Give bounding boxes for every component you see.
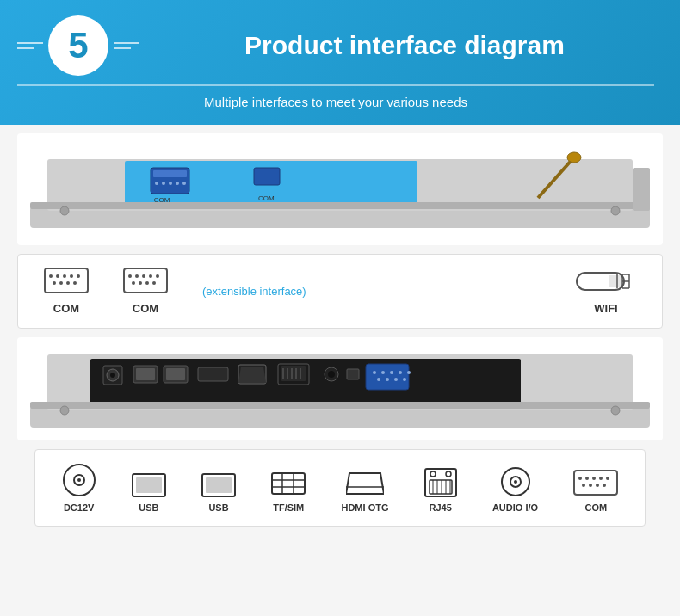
svg-point-30 (128, 274, 132, 278)
device-bottom-section (17, 337, 663, 440)
com2-icon (123, 268, 168, 295)
com1-label: COM (53, 302, 79, 315)
svg-point-23 (70, 274, 73, 278)
svg-rect-29 (124, 268, 167, 293)
usb2-icon (201, 473, 236, 497)
svg-point-74 (390, 371, 393, 374)
svg-rect-50 (30, 402, 650, 409)
svg-rect-90 (272, 473, 305, 494)
svg-point-15 (567, 152, 581, 163)
svg-point-117 (596, 484, 599, 487)
svg-point-110 (578, 477, 582, 480)
usb1-item: USB (132, 473, 166, 513)
header-subtitle: Multiple interfaces to meet your various… (17, 95, 654, 109)
svg-point-24 (77, 274, 80, 278)
header-divider (17, 84, 654, 86)
svg-rect-89 (206, 477, 232, 493)
header-deco-lines-right (114, 42, 139, 49)
svg-point-7 (162, 182, 165, 185)
svg-point-25 (53, 281, 56, 285)
com-bottom-item: COM (573, 470, 618, 513)
svg-point-69 (328, 371, 335, 378)
svg-point-75 (399, 371, 402, 374)
svg-marker-95 (346, 473, 384, 494)
wifi-icon (576, 268, 636, 295)
svg-point-18 (611, 206, 620, 215)
svg-point-116 (589, 484, 592, 487)
svg-point-81 (60, 406, 69, 415)
audio-label: AUDIO I/O (492, 502, 538, 513)
interface-com1: COM (44, 268, 89, 315)
device-top-section: COM COM (17, 133, 663, 245)
svg-point-6 (155, 182, 158, 185)
hdmi-item: HDMI OTG (341, 470, 388, 513)
com1-icon (44, 268, 89, 295)
hdmi-icon (346, 470, 384, 497)
interface-diagram-section: COM COM (extensible interface) (17, 254, 663, 329)
svg-rect-109 (574, 471, 617, 495)
svg-rect-40 (609, 275, 621, 287)
rj45-icon (424, 468, 457, 497)
usb1-label: USB (139, 502, 158, 513)
svg-rect-87 (136, 477, 162, 493)
svg-point-80 (403, 378, 406, 381)
svg-point-17 (60, 206, 69, 215)
header-top-row: 5 Product interface diagram (17, 15, 654, 76)
rj45-label: RJ45 (430, 502, 452, 513)
header-section: 5 Product interface diagram Multiple int… (0, 0, 680, 125)
dc12v-item: DC12V (62, 463, 96, 513)
svg-rect-71 (366, 364, 409, 390)
svg-point-118 (603, 484, 606, 487)
svg-point-21 (56, 274, 59, 278)
svg-point-79 (394, 378, 398, 381)
svg-rect-57 (166, 368, 185, 380)
svg-rect-58 (198, 367, 228, 381)
usb1-icon (132, 473, 166, 497)
hdmi-label: HDMI OTG (341, 502, 388, 513)
extensible-label: (extensible interface) (202, 285, 306, 298)
svg-point-112 (592, 477, 596, 480)
usb2-item: USB (201, 473, 236, 513)
dc12v-icon (62, 463, 96, 497)
svg-rect-62 (281, 366, 306, 381)
interface-wifi: WIFI (576, 268, 636, 315)
section-number: 5 (48, 15, 108, 76)
svg-point-27 (66, 281, 70, 285)
svg-point-85 (77, 478, 81, 482)
svg-point-34 (156, 274, 159, 278)
svg-point-113 (599, 477, 603, 480)
dc12v-label: DC12V (64, 502, 94, 513)
svg-point-32 (142, 274, 145, 278)
svg-rect-19 (45, 268, 88, 293)
svg-point-20 (49, 274, 53, 278)
interface-extensible: (extensible interface) (202, 285, 306, 298)
audio-icon (500, 466, 531, 497)
svg-point-77 (377, 378, 380, 381)
svg-rect-3 (30, 202, 650, 209)
svg-point-22 (63, 274, 66, 278)
svg-rect-55 (136, 368, 155, 380)
svg-point-105 (446, 471, 451, 477)
header-title: Product interface diagram (155, 31, 654, 60)
svg-rect-5 (153, 170, 187, 177)
svg-point-38 (152, 281, 156, 285)
svg-point-9 (176, 182, 179, 185)
svg-point-108 (514, 480, 517, 484)
svg-rect-16 (633, 168, 650, 211)
interface-diagram-container: COM COM (extensible interface) (17, 254, 663, 329)
device-top-svg: COM COM (22, 142, 658, 237)
svg-point-72 (373, 371, 376, 374)
svg-point-76 (407, 371, 411, 374)
com-bottom-icon (573, 470, 618, 497)
wifi-label: WIFI (594, 302, 617, 315)
svg-text:COM: COM (258, 194, 275, 202)
svg-point-37 (145, 281, 149, 285)
svg-point-33 (149, 274, 152, 278)
svg-point-35 (132, 281, 135, 285)
svg-point-78 (386, 378, 389, 381)
svg-point-28 (73, 281, 77, 285)
svg-rect-70 (347, 369, 359, 379)
device-bottom-svg (22, 342, 658, 436)
interface-com2: COM (123, 268, 168, 315)
svg-text:COM: COM (154, 196, 170, 204)
